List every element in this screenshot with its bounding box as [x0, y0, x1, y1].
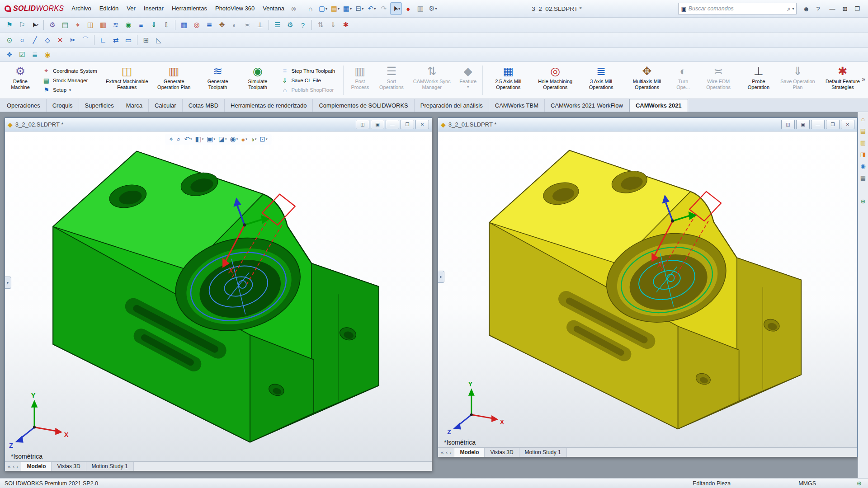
- print-button[interactable]: ⊟▾: [354, 2, 365, 15]
- tab-motion-study-1[interactable]: Motion Study 1: [86, 462, 134, 471]
- tab-scroll-next-button[interactable]: ›: [450, 450, 452, 455]
- pane-display-button[interactable]: ▣: [371, 120, 384, 129]
- edit-appearance-icon[interactable]: ●▾: [240, 135, 248, 144]
- sketch-mirror-icon[interactable]: ⇄: [110, 34, 122, 46]
- toolbar-icon[interactable]: [92, 34, 96, 46]
- cam-feature-tree-icon[interactable]: ☰: [272, 19, 283, 31]
- tab-camworks-tbm[interactable]: CAMWorks TBM: [489, 99, 545, 112]
- appearances-icon[interactable]: ◉: [859, 162, 867, 170]
- select-cursor-button[interactable]: ➤▾: [390, 2, 402, 15]
- tab-marca[interactable]: Marca: [120, 99, 149, 112]
- library-stack-icon[interactable]: ≣: [29, 49, 41, 61]
- zoom-fit-icon[interactable]: ⌖: [169, 135, 175, 144]
- tab-camworks-2021[interactable]: CAMWorks 2021: [629, 99, 688, 112]
- cam-extract-features-icon[interactable]: ◫: [85, 19, 96, 31]
- view-settings-icon[interactable]: ⊡▾: [259, 135, 268, 144]
- cam-options-icon[interactable]: ⚙: [284, 19, 296, 31]
- cam-save-plan-icon[interactable]: ⇓: [327, 19, 339, 31]
- cam-help-icon[interactable]: ?: [297, 19, 309, 31]
- search-caret-icon[interactable]: ▾: [792, 7, 794, 11]
- toolbar-icon[interactable]: [173, 19, 177, 31]
- axis3-mill-operations-button[interactable]: ≣ 3 Axis Mill Operations: [579, 63, 623, 98]
- pane-split-button[interactable]: ◫: [356, 120, 369, 129]
- save-button[interactable]: ▦▾: [341, 2, 353, 15]
- sketch-fillet-icon[interactable]: ∟: [97, 34, 109, 46]
- custom-properties-icon[interactable]: ▦: [859, 174, 867, 182]
- cam-multiaxis-mill-icon[interactable]: ✥: [216, 19, 228, 31]
- generate-toolpath-button[interactable]: ≋ Generate Toolpath: [198, 63, 238, 98]
- cam-strategies-icon[interactable]: ✱: [340, 19, 352, 31]
- step-thru-toolpath-button[interactable]: ≡ Step Thru Toolpath: [281, 67, 338, 75]
- extract-machinable-features-button[interactable]: ◫ Extract Machinable Features: [104, 63, 151, 98]
- save-operation-plan-button[interactable]: ⇓ Save Operation Plan: [776, 63, 819, 98]
- menu-edicion[interactable]: Edición: [95, 0, 123, 17]
- section-view-icon[interactable]: ◧▾: [194, 135, 204, 144]
- ribbon-button[interactable]: [343, 66, 344, 95]
- document-titlebar[interactable]: ◆ 3_2_01.SLDPRT * ◫▣—❐✕: [438, 118, 857, 131]
- define-machine-button[interactable]: ⚙ Define Machine: [2, 63, 39, 98]
- pane-display-button[interactable]: ▣: [796, 120, 810, 129]
- display-style-icon[interactable]: ◪▾: [217, 135, 228, 144]
- xpress-products-button[interactable]: ●: [402, 2, 414, 15]
- tab-scroll-first-button[interactable]: «: [8, 464, 10, 469]
- cam-new-feature-icon[interactable]: ⚑: [4, 19, 15, 31]
- sketch-polygon-icon[interactable]: ◇: [42, 34, 53, 46]
- menu-ventana[interactable]: Ventana: [259, 0, 288, 17]
- tab-motion-study-1[interactable]: Motion Study 1: [519, 448, 567, 457]
- previous-view-icon[interactable]: ↶▾: [183, 135, 193, 144]
- file-explorer-icon[interactable]: ▥: [859, 138, 867, 146]
- menu-ver[interactable]: Ver: [123, 0, 140, 17]
- axis25-mill-operations-button[interactable]: ▦ 2.5 Axis Mill Operations: [485, 63, 532, 98]
- cam-simulate-toolpath-icon[interactable]: ◉: [123, 19, 134, 31]
- cam-step-thru-icon[interactable]: ≡: [135, 19, 147, 31]
- cam-operation-plan-icon[interactable]: ▥: [97, 19, 109, 31]
- featuremanager-flyout-tab[interactable]: ▸: [5, 277, 11, 289]
- search-scope-icon[interactable]: ▣: [681, 5, 686, 12]
- menu-pin-icon[interactable]: ◎: [288, 5, 298, 12]
- tab-scroll-prev-button[interactable]: ‹: [13, 464, 14, 469]
- sort-operations-button[interactable]: ☰ Sort Operations: [375, 63, 409, 98]
- tab-modelo[interactable]: Modelo: [454, 448, 485, 457]
- restore-button[interactable]: ❐: [401, 120, 414, 129]
- probe-operation-button[interactable]: ⊥ Probe Operation: [741, 63, 776, 98]
- tab-croquis[interactable]: Croquis: [47, 99, 79, 112]
- minimize-button[interactable]: —: [811, 120, 825, 129]
- hole-machining-operations-button[interactable]: ◎ Hole Machining Operations: [532, 63, 579, 98]
- save-cl-file-button[interactable]: ⇓ Save CL File: [281, 77, 338, 84]
- hide-show-items-icon[interactable]: ◉▾: [229, 135, 239, 144]
- sketch-grid-icon[interactable]: ⊞: [140, 34, 152, 46]
- cam-generate-toolpath-icon[interactable]: ≋: [110, 19, 122, 31]
- sketch-point-icon[interactable]: ⊙: [4, 34, 15, 46]
- design-library-icon[interactable]: ▤: [859, 127, 867, 135]
- menu-photoview-360[interactable]: PhotoView 360: [211, 0, 259, 17]
- sketch-circle-icon[interactable]: ○: [16, 34, 28, 46]
- menu-archivo[interactable]: Archivo: [67, 0, 95, 17]
- scene-icon[interactable]: ◑▾: [250, 135, 258, 144]
- status-units[interactable]: MMGS: [798, 480, 816, 487]
- turn-operations-button[interactable]: ◐ Turn Ope...: [670, 63, 696, 98]
- publish-shopfloor-button[interactable]: ⌂ Publish ShopFloor: [281, 86, 338, 94]
- document-titlebar[interactable]: ◆ 3_2_02.SLDPRT * ◫▣—❐✕: [5, 118, 432, 131]
- view-orientation-icon[interactable]: ▣▾: [206, 135, 216, 144]
- new-document-button[interactable]: ▢▾: [317, 2, 329, 15]
- menu-herramientas[interactable]: Herramientas: [168, 0, 211, 17]
- tab-complementos-de-solidworks[interactable]: Complementos de SOLIDWORKS: [313, 99, 414, 112]
- toolbar-icon[interactable]: [135, 34, 139, 46]
- close-button[interactable]: ✕: [415, 120, 429, 129]
- web-help-globe-icon[interactable]: ⊕: [857, 480, 862, 487]
- tab-scroll-prev-button[interactable]: ‹: [446, 450, 448, 455]
- app-minimize-button[interactable]: —: [829, 5, 835, 12]
- screen-layout-icon[interactable]: ❖: [4, 49, 15, 61]
- cam-coordinate-system-icon[interactable]: ⌖: [72, 19, 84, 31]
- appearance-sphere-icon[interactable]: ◉: [42, 49, 53, 61]
- camworks-sync-manager-button[interactable]: ⇅ CAMWorks Sync Manager: [408, 63, 455, 98]
- solidworks-resources-icon[interactable]: ⌂: [859, 115, 867, 123]
- cam-post-process-icon[interactable]: ⇩: [160, 19, 172, 31]
- cam-hole-machining-icon[interactable]: ◎: [191, 19, 203, 31]
- stock-manager-button[interactable]: ▤ Stock Manager: [42, 77, 100, 84]
- options-button[interactable]: ⚙▾: [427, 2, 439, 15]
- tab-preparacion-del-analisis[interactable]: Preparación del análisis: [415, 99, 489, 112]
- setup-button[interactable]: ⚑ Setup ▾: [42, 86, 100, 94]
- cam-save-cl-icon[interactable]: ⇓: [148, 19, 160, 31]
- sketch-rectangle-icon[interactable]: ▭: [123, 34, 134, 46]
